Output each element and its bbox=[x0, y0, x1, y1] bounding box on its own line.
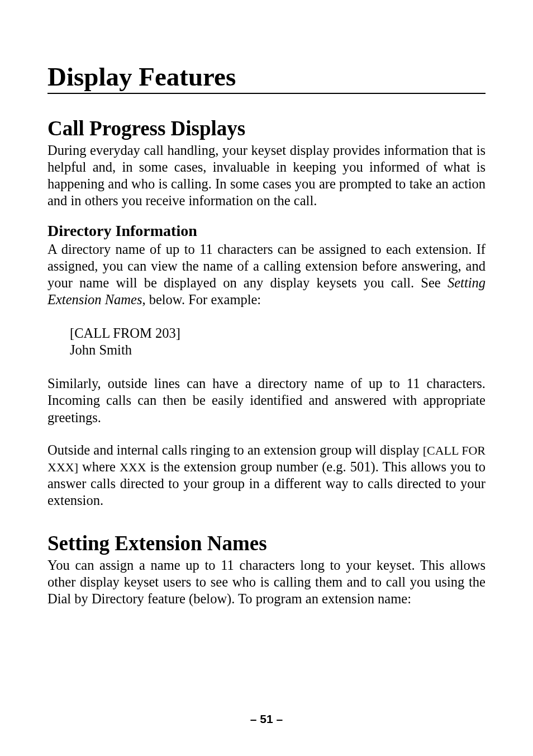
chapter-title: Display Features bbox=[47, 62, 486, 94]
subsection-para3-a: Outside and internal calls ringing to an… bbox=[47, 442, 423, 457]
section2-para1: You can assign a name up to 11 character… bbox=[47, 557, 486, 607]
example-block: [CALL FROM 203] John Smith bbox=[70, 325, 486, 358]
subsection-para2: Similarly, outside lines can have a dire… bbox=[47, 375, 486, 426]
section-title-call-progress: Call Progress Displays bbox=[47, 116, 486, 140]
subsection-para1-b: , below. For example: bbox=[142, 292, 261, 307]
subsection-para3-sc2: XXX bbox=[120, 460, 146, 474]
subsection-para1-a: A directory name of up to 11 characters … bbox=[47, 242, 486, 290]
subsection-para1: A directory name of up to 11 characters … bbox=[47, 241, 486, 309]
example-line2: John Smith bbox=[70, 342, 486, 358]
subsection-para3-b: where bbox=[78, 459, 120, 474]
page-number: – 51 – bbox=[0, 712, 533, 726]
section-title-setting-ext-names: Setting Extension Names bbox=[47, 531, 486, 555]
section1-para1: During everyday call handling, your keys… bbox=[47, 142, 486, 210]
example-line1: [CALL FROM 203] bbox=[70, 325, 486, 342]
subsection-title-directory-info: Directory Information bbox=[47, 222, 486, 240]
subsection-para3: Outside and internal calls ringing to an… bbox=[47, 442, 486, 509]
